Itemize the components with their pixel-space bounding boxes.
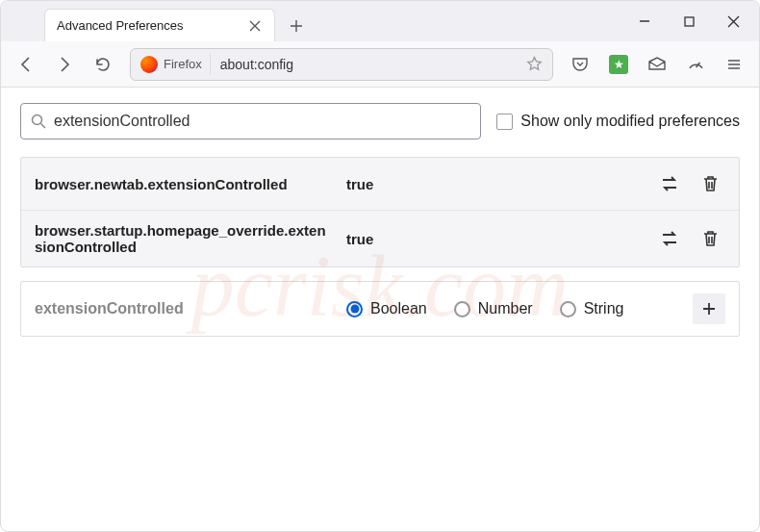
pocket-icon[interactable] xyxy=(563,47,597,82)
radio-label: String xyxy=(584,300,624,317)
extension-icon[interactable] xyxy=(601,47,636,82)
window-titlebar: Advanced Preferences xyxy=(1,1,759,41)
preferences-list: browser.newtab.extensionControlled true … xyxy=(20,157,740,267)
close-tab-icon[interactable] xyxy=(247,18,263,34)
url-text: about:config xyxy=(220,57,517,72)
tab-title: Advanced Preferences xyxy=(57,18,238,33)
search-input[interactable] xyxy=(54,113,470,130)
identity-label: Firefox xyxy=(164,57,202,71)
checkbox-icon xyxy=(496,114,513,130)
new-tab-button[interactable] xyxy=(281,11,312,41)
toggle-button[interactable] xyxy=(654,169,685,198)
bookmark-star-icon[interactable] xyxy=(526,56,543,72)
menu-button[interactable] xyxy=(717,47,751,82)
add-preference-button[interactable] xyxy=(693,293,725,324)
radio-icon xyxy=(560,301,576,317)
svg-point-1 xyxy=(33,115,42,125)
maximize-button[interactable] xyxy=(667,6,711,37)
delete-button[interactable] xyxy=(695,169,725,198)
svg-rect-0 xyxy=(685,17,694,26)
search-row: Show only modified preferences xyxy=(20,103,740,139)
reload-button[interactable] xyxy=(86,47,120,82)
identity-box[interactable]: Firefox xyxy=(140,54,211,75)
type-radio-group: Boolean Number String xyxy=(346,300,679,317)
page-content: Show only modified preferences browser.n… xyxy=(1,88,759,352)
preference-actions xyxy=(654,169,725,198)
search-box[interactable] xyxy=(20,103,481,139)
nav-toolbar: Firefox about:config xyxy=(1,41,759,88)
preference-name: browser.startup.homepage_override.extens… xyxy=(35,222,333,255)
close-window-button[interactable] xyxy=(711,6,755,37)
modified-only-checkbox[interactable]: Show only modified preferences xyxy=(496,113,740,130)
forward-button[interactable] xyxy=(47,47,82,82)
preference-row: browser.newtab.extensionControlled true xyxy=(21,158,739,211)
toggle-button[interactable] xyxy=(654,224,685,253)
radio-icon xyxy=(346,301,363,317)
search-icon xyxy=(31,114,46,129)
back-button[interactable] xyxy=(9,47,43,82)
window-controls xyxy=(622,1,759,41)
gauge-icon[interactable] xyxy=(678,47,713,82)
type-option-boolean[interactable]: Boolean xyxy=(346,300,427,317)
type-option-number[interactable]: Number xyxy=(454,300,533,317)
radio-label: Number xyxy=(478,300,533,317)
preference-row: browser.startup.homepage_override.extens… xyxy=(21,211,739,266)
checkbox-label: Show only modified preferences xyxy=(520,113,740,130)
browser-tab[interactable]: Advanced Preferences xyxy=(44,9,275,41)
minimize-button[interactable] xyxy=(622,6,667,37)
radio-icon xyxy=(454,301,470,317)
type-option-string[interactable]: String xyxy=(560,300,624,317)
mail-icon[interactable] xyxy=(640,47,674,82)
create-preference-name: extensionControlled xyxy=(35,300,333,317)
url-bar[interactable]: Firefox about:config xyxy=(130,48,553,81)
preference-value: true xyxy=(346,176,641,192)
create-preference-row: extensionControlled Boolean Number Strin… xyxy=(20,281,740,337)
preference-name: browser.newtab.extensionControlled xyxy=(35,176,333,192)
radio-label: Boolean xyxy=(370,300,427,317)
firefox-logo-icon xyxy=(140,56,158,73)
preference-value: true xyxy=(346,231,641,247)
delete-button[interactable] xyxy=(695,224,725,253)
preference-actions xyxy=(654,224,725,253)
